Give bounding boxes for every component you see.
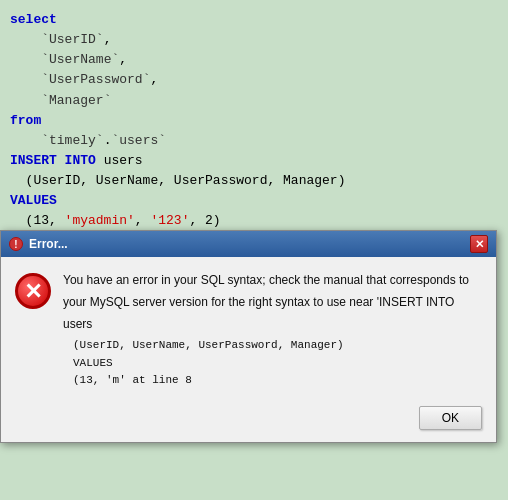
- code-line-8: INSERT INTO users: [10, 151, 508, 171]
- error-icon: ✕: [15, 273, 51, 309]
- code-line-3: `UserName`,: [10, 50, 508, 70]
- code-line-11: (13, 'myadmin', '123', 2): [10, 211, 508, 231]
- error-text-line2: your MySQL server version for the right …: [63, 293, 482, 311]
- ok-button[interactable]: OK: [419, 406, 482, 430]
- code-line-10: VALUES: [10, 191, 508, 211]
- dialog-footer: OK: [1, 400, 496, 442]
- dialog-close-button[interactable]: ✕: [470, 235, 488, 253]
- dialog-titlebar: ! Error... ✕: [1, 231, 496, 257]
- error-message-area: You have an error in your SQL syntax; ch…: [63, 271, 482, 390]
- error-text-line1: You have an error in your SQL syntax; ch…: [63, 271, 482, 289]
- dialog-title-text: Error...: [29, 237, 68, 251]
- dialog-body: ✕ You have an error in your SQL syntax; …: [1, 257, 496, 400]
- error-code-line3: (13, 'm' at line 8: [73, 372, 482, 390]
- code-editor: select `UserID`, `UserName`, `UserPasswo…: [0, 0, 508, 242]
- error-code-line1: (UserID, UserName, UserPassword, Manager…: [73, 337, 482, 355]
- dialog-title-left: ! Error...: [9, 237, 68, 251]
- error-code-block: (UserID, UserName, UserPassword, Manager…: [73, 337, 482, 390]
- code-line-9: (UserID, UserName, UserPassword, Manager…: [10, 171, 508, 191]
- code-line-5: `Manager`: [10, 91, 508, 111]
- code-line-1: select: [10, 10, 508, 30]
- code-line-7: `timely`.`users`: [10, 131, 508, 151]
- code-line-2: `UserID`,: [10, 30, 508, 50]
- code-line-6: from: [10, 111, 508, 131]
- error-text-line3: users: [63, 315, 482, 333]
- error-dialog: ! Error... ✕ ✕ You have an error in your…: [0, 230, 497, 443]
- error-code-line2: VALUES: [73, 355, 482, 373]
- dialog-title-icon: !: [9, 237, 23, 251]
- code-line-4: `UserPassword`,: [10, 70, 508, 90]
